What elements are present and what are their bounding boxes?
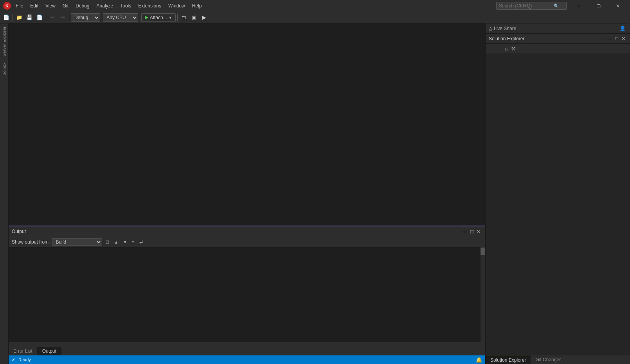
attach-label: Attach... xyxy=(150,15,167,20)
se-tab-solution-explorer[interactable]: Solution Explorer xyxy=(486,356,531,364)
se-title: Solution Explorer xyxy=(489,36,604,41)
output-wordwrap-button[interactable]: ≡ xyxy=(131,239,135,245)
menu-bar: File Edit View Git Debug Analyze Tools E… xyxy=(13,2,493,10)
search-input[interactable] xyxy=(499,3,554,9)
status-bar: ✔ Ready 🔔 xyxy=(9,355,485,364)
panel-close-button[interactable]: ✕ xyxy=(475,228,482,235)
maximize-button[interactable]: ▢ xyxy=(589,0,607,12)
open-file-button[interactable]: 📁 xyxy=(14,13,24,22)
toolbar-sep-2 xyxy=(46,14,46,22)
live-share-bar: △ Live Share 👤 xyxy=(486,23,630,34)
undo-button[interactable]: ↩ xyxy=(48,13,57,22)
panel-pin-button[interactable]: — xyxy=(461,228,468,235)
se-home-button[interactable]: ⌂ xyxy=(504,45,509,52)
menu-view[interactable]: View xyxy=(42,2,59,10)
output-scroll-down-button[interactable]: ▼ xyxy=(122,239,128,245)
close-button[interactable]: ✕ xyxy=(609,0,627,12)
se-controls: — □ ✕ xyxy=(606,35,627,42)
toolbar: 📄 📁 💾 📄 ↩ ↪ Debug Release Any CPU Attach… xyxy=(0,12,630,23)
toolbar-sep-1 xyxy=(13,14,13,22)
diagnostics-button[interactable]: ▶ xyxy=(200,13,209,22)
live-share-icon: △ xyxy=(489,26,492,31)
status-ready-label: Ready xyxy=(18,357,31,362)
breakpoint-button[interactable]: ▣ xyxy=(189,13,199,22)
menu-git[interactable]: Git xyxy=(59,2,72,10)
tab-error-list[interactable]: Error List xyxy=(9,347,38,355)
output-content[interactable] xyxy=(9,247,485,347)
new-project-button[interactable]: 📄 xyxy=(2,13,11,22)
menu-window[interactable]: Window xyxy=(165,2,188,10)
attach-button[interactable]: Attach... ▼ xyxy=(141,13,176,22)
editor-content[interactable] xyxy=(9,23,485,226)
se-close-button[interactable]: ✕ xyxy=(620,35,627,42)
output-toolbar: Show output from: Build Debug Git Packag… xyxy=(9,237,485,247)
se-forward-button[interactable]: → xyxy=(495,45,503,52)
live-share-label: Live Share xyxy=(494,26,516,31)
se-float-button[interactable]: □ xyxy=(614,35,619,42)
panel-float-button[interactable]: □ xyxy=(469,228,475,235)
output-scrollbar[interactable] xyxy=(481,247,485,347)
play-icon xyxy=(145,16,148,20)
left-sidebar: Server Explorer Toolbox xyxy=(0,23,9,364)
se-back-button[interactable]: ← xyxy=(487,45,495,52)
title-bar: K File Edit View Git Debug Analyze Tools… xyxy=(0,0,630,12)
open-folder-button[interactable]: 🗀 xyxy=(179,13,189,22)
attach-dropdown-icon: ▼ xyxy=(169,16,172,20)
output-scroll-up-button[interactable]: ▲ xyxy=(113,239,119,245)
toolbox-tab[interactable]: Toolbox xyxy=(0,59,8,81)
save-all-button[interactable]: 📄 xyxy=(35,13,44,22)
se-bottom-tabs: Solution Explorer Git Changes xyxy=(486,355,630,364)
redo-button[interactable]: ↪ xyxy=(58,13,67,22)
app-logo: K xyxy=(3,2,11,10)
output-source-dropdown[interactable]: Build Debug Git Package Manager xyxy=(52,238,102,246)
bottom-tabs: Error List Output xyxy=(9,347,485,355)
output-title-bar: Output — □ ✕ xyxy=(9,226,485,237)
menu-tools[interactable]: Tools xyxy=(117,2,134,10)
save-button[interactable]: 💾 xyxy=(25,13,34,22)
output-source-label: Show output from: xyxy=(12,239,50,245)
output-clear-button[interactable]: ◻ xyxy=(104,238,110,245)
menu-analyze[interactable]: Analyze xyxy=(94,2,117,10)
status-check-icon: ✔ xyxy=(12,357,15,362)
output-hscrollbar[interactable] xyxy=(9,342,481,347)
menu-file[interactable]: File xyxy=(13,2,26,10)
output-scrollbar-thumb[interactable] xyxy=(481,247,485,255)
window-controls: – ▢ ✕ xyxy=(570,0,627,12)
main-area: Server Explorer Toolbox Output — □ ✕ Sho… xyxy=(0,23,630,364)
menu-help[interactable]: Help xyxy=(189,2,205,10)
menu-edit[interactable]: Edit xyxy=(27,2,41,10)
panel-controls: — □ ✕ xyxy=(461,228,482,235)
menu-debug[interactable]: Debug xyxy=(72,2,92,10)
server-explorer-tab[interactable]: Server Explorer xyxy=(0,23,8,59)
output-settings-button[interactable]: ⇄ xyxy=(138,238,144,245)
editor-area: Output — □ ✕ Show output from: Build Deb… xyxy=(9,23,485,364)
live-share-person-icon[interactable]: 👤 xyxy=(618,25,627,32)
solution-explorer: △ Live Share 👤 Solution Explorer — □ ✕ ←… xyxy=(485,23,630,364)
search-box[interactable]: 🔍 xyxy=(496,2,567,10)
minimize-button[interactable]: – xyxy=(570,0,588,12)
search-icon: 🔍 xyxy=(554,4,559,9)
live-share-button[interactable]: △ Live Share xyxy=(489,26,516,31)
se-tab-git-changes[interactable]: Git Changes xyxy=(531,356,566,364)
se-content xyxy=(486,54,630,355)
se-settings-button[interactable]: ⚒ xyxy=(510,45,517,52)
platform-dropdown[interactable]: Any CPU xyxy=(103,13,138,22)
output-panel: Output — □ ✕ Show output from: Build Deb… xyxy=(9,226,485,347)
se-pin-button[interactable]: — xyxy=(606,35,613,42)
se-toolbar: ← → ⌂ ⚒ xyxy=(486,44,630,54)
debug-config-dropdown[interactable]: Debug Release xyxy=(71,13,100,22)
output-title: Output xyxy=(12,229,26,234)
status-notifications: 🔔 xyxy=(476,357,482,363)
toolbar-sep-3 xyxy=(69,14,69,22)
menu-extensions[interactable]: Extensions xyxy=(135,2,164,10)
tab-output[interactable]: Output xyxy=(38,347,61,355)
se-title-bar: Solution Explorer — □ ✕ xyxy=(486,34,630,44)
toolbar-sep-4 xyxy=(177,14,178,22)
